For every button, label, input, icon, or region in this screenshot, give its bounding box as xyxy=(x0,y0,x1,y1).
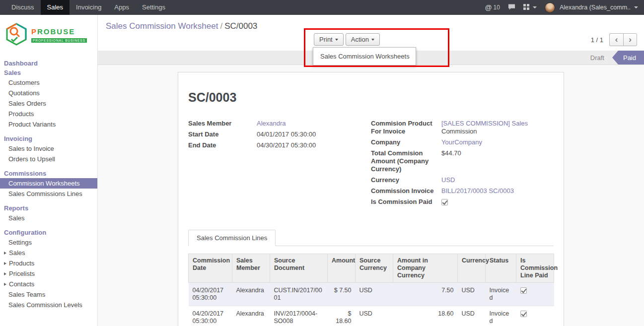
tab-sales-commission-lines[interactable]: Sales Commission Lines xyxy=(188,230,276,246)
sidebar-item-label: Sales xyxy=(9,249,25,257)
field-column-left: Sales Member Alexandra Start Date 04/01/… xyxy=(188,120,371,209)
column-header-status[interactable]: Status xyxy=(486,254,516,283)
line-paid-checkbox[interactable] xyxy=(520,287,527,294)
pager-next-button[interactable]: › xyxy=(623,33,637,46)
sidebar-item-sales-commissions-lines[interactable]: Sales Commissions Lines xyxy=(0,189,97,199)
line-paid-checkbox[interactable] xyxy=(520,311,527,317)
record-title: SC/0003 xyxy=(188,90,554,105)
sidebar-section-sales[interactable]: Sales xyxy=(0,68,97,77)
sidebar-item-settings[interactable]: Settings xyxy=(0,237,97,248)
form-view: SC/0003 Sales Member Alexandra Start Dat… xyxy=(98,65,644,326)
sidebar-item-sales-commission-levels[interactable]: Sales Commission Levels xyxy=(0,300,97,310)
cell-amount-company: 7.50 xyxy=(393,283,458,306)
sidebar-section-reports[interactable]: Reports xyxy=(0,203,97,213)
menu-invoicing[interactable]: Invoicing xyxy=(70,0,108,15)
sidebar-item-sales-to-invoice[interactable]: Sales to Invoice xyxy=(0,143,97,154)
sidebar-item-products[interactable]: Products xyxy=(0,109,97,119)
pager-previous-button[interactable]: ‹ xyxy=(609,33,623,46)
cell-currency: USD xyxy=(458,283,486,306)
sidebar-section-invoicing[interactable]: Invoicing xyxy=(0,134,97,143)
sidebar-section-commissions[interactable]: Commissions xyxy=(0,169,97,178)
field-value-company[interactable]: YourCompany xyxy=(441,138,482,146)
activities-button[interactable] xyxy=(523,4,537,11)
chat-icon xyxy=(508,3,515,12)
sidebar-item-quotations[interactable]: Quotations xyxy=(0,88,97,98)
pager-counter: 1 / 1 xyxy=(591,36,603,44)
breadcrumb-parent-link[interactable]: Sales Commission Worksheet xyxy=(106,21,218,31)
menu-item-sales-commission-worksheets[interactable]: Sales Commission Worksheets xyxy=(313,50,416,63)
cell-status: Invoiced xyxy=(486,283,516,306)
probuse-logo-icon xyxy=(5,23,28,47)
status-draft[interactable]: Draft xyxy=(582,51,612,65)
field-label-start-date: Start Date xyxy=(188,130,257,138)
field-column-right: Commision Product For Invoice [SALES COM… xyxy=(371,120,554,209)
sidebar-item-config-contacts[interactable]: Contacts xyxy=(0,279,97,289)
field-label-company: Company xyxy=(371,138,441,146)
column-header-source-document[interactable]: Source Document xyxy=(270,254,328,283)
action-button[interactable]: Action xyxy=(346,33,380,46)
cell-line-paid xyxy=(516,306,554,326)
column-header-currency[interactable]: Currency xyxy=(458,254,486,283)
cell-sales-member: Alexandra xyxy=(232,283,270,306)
column-header-amount-company-currency[interactable]: Amount in Company Currency xyxy=(393,254,458,283)
column-header-is-commission-line-paid[interactable]: Is Commission Line Paid xyxy=(516,254,554,283)
caret-down-icon xyxy=(335,39,338,41)
column-header-commission-date[interactable]: Commission Date xyxy=(189,254,232,283)
sidebar-item-product-variants[interactable]: Product Variants xyxy=(0,119,97,130)
sidebar-item-config-pricelists[interactable]: Pricelists xyxy=(0,268,97,279)
user-menu[interactable]: Alexandra (Sales_comm.. xyxy=(545,2,638,13)
breadcrumb-separator: / xyxy=(218,21,224,31)
field-value-commission-product-link[interactable]: [SALES COMMISSION] Sales xyxy=(441,120,528,127)
field-label-commission-product: Commision Product For Invoice xyxy=(371,120,441,135)
table-row[interactable]: 04/20/2017 05:30:00 Alexandra INV/2017/0… xyxy=(189,306,554,326)
print-button-label: Print xyxy=(319,36,333,43)
is-commission-paid-checkbox[interactable] xyxy=(441,199,448,205)
probuse-logo-text: PROBUSE PROFESSIONAL BUSINESS xyxy=(31,27,87,43)
menu-sales[interactable]: Sales xyxy=(41,0,70,15)
print-button[interactable]: Print xyxy=(314,33,344,46)
action-button-label: Action xyxy=(351,36,369,43)
breadcrumb-current: SC/0003 xyxy=(224,21,257,31)
sidebar-item-config-sales[interactable]: Sales xyxy=(0,248,97,258)
caret-right-icon xyxy=(4,252,6,255)
table-row[interactable]: 04/20/2017 05:30:00 Alexandra CUST.IN/20… xyxy=(189,283,554,306)
messages-button[interactable] xyxy=(508,3,515,12)
sidebar-item-commission-worksheets[interactable]: Commission Worksheets xyxy=(0,178,97,189)
cell-amount: $ 18.60 xyxy=(328,306,356,326)
field-value-commission-invoice[interactable]: BILL/2017/0003 SC/0003 xyxy=(441,187,514,195)
sidebar-item-label: Orders to Upsell xyxy=(8,155,55,163)
sidebar-section-configuration[interactable]: Configuration xyxy=(0,228,97,237)
sidebar-item-config-products[interactable]: Products xyxy=(0,258,97,268)
sidebar-item-label: Quotations xyxy=(8,89,40,97)
column-header-source-currency[interactable]: Source Currency xyxy=(356,254,393,283)
column-header-amount[interactable]: Amount xyxy=(328,254,356,283)
sidebar: PROBUSE PROFESSIONAL BUSINESS Dashboard … xyxy=(0,15,98,326)
field-value-sales-member[interactable]: Alexandra xyxy=(257,120,286,128)
sidebar-item-customers[interactable]: Customers xyxy=(0,77,97,88)
sidebar-item-label: Pricelists xyxy=(9,270,35,277)
sidebar-item-sales-teams[interactable]: Sales Teams xyxy=(0,289,97,300)
notebook-tabs: Sales Commission Lines xyxy=(188,230,554,246)
action-buttons: Print Action xyxy=(314,33,380,46)
logo-letter: P xyxy=(31,27,37,36)
menu-apps[interactable]: Apps xyxy=(108,0,136,15)
cell-commission-date: 04/20/2017 05:30:00 xyxy=(189,306,232,326)
probuse-logo[interactable]: PROBUSE PROFESSIONAL BUSINESS xyxy=(0,15,97,54)
field-value-currency[interactable]: USD xyxy=(441,176,455,184)
breadcrumb: Sales Commission Worksheet/SC/0003 xyxy=(98,15,644,31)
sidebar-item-label: Sales Teams xyxy=(8,291,45,298)
sidebar-item-dashboard[interactable]: Dashboard xyxy=(0,59,97,68)
sidebar-item-label: Contacts xyxy=(9,280,34,288)
sidebar-item-reports-sales[interactable]: Sales xyxy=(0,213,97,223)
field-label-is-commission-paid: Is Commission Paid xyxy=(371,198,441,206)
column-header-sales-member[interactable]: Sales Member xyxy=(232,254,270,283)
sidebar-item-orders-to-upsell[interactable]: Orders to Upsell xyxy=(0,154,97,164)
mentions-button[interactable]: @ 10 xyxy=(485,3,500,11)
status-paid[interactable]: Paid xyxy=(612,51,644,65)
sidebar-item-sales-orders[interactable]: Sales Orders xyxy=(0,98,97,109)
menu-settings[interactable]: Settings xyxy=(136,0,172,15)
caret-right-icon xyxy=(4,283,6,286)
mention-icon: @ xyxy=(485,3,492,11)
cell-source-document: INV/2017/0004-SO008 xyxy=(270,306,328,326)
menu-discuss[interactable]: Discuss xyxy=(5,0,41,15)
